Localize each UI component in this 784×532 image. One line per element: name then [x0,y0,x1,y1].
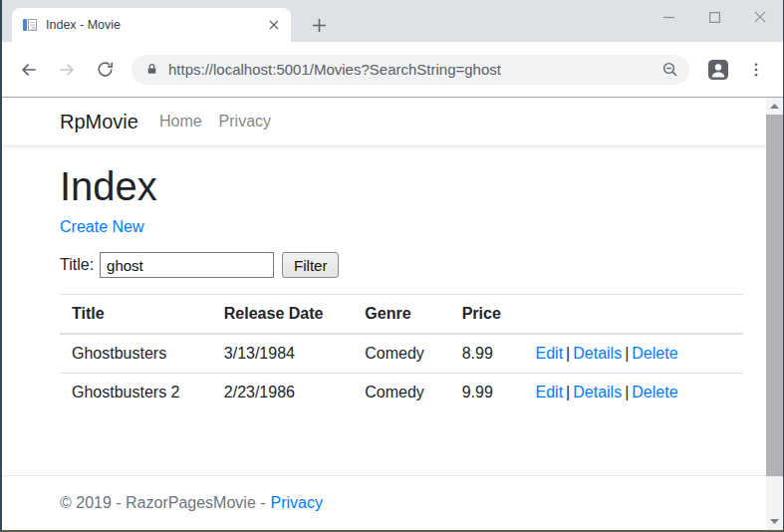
create-new-link[interactable]: Create New [60,218,143,235]
title-filter-label: Title: [60,256,94,274]
address-bar[interactable]: https://localhost:5001/Movies?SearchStri… [131,55,689,85]
scroll-down-arrow-icon[interactable] [766,513,783,530]
col-header-genre: Genre [353,295,449,335]
details-link[interactable]: Details [573,345,622,362]
cell-title: Ghostbusters [60,334,212,374]
table-row: Ghostbusters 3/13/1984 Comedy 8.99 Edit|… [60,334,743,374]
tab-title: Index - Movie [46,18,257,32]
edit-link[interactable]: Edit [536,345,564,362]
url-text[interactable]: https://localhost:5001/Movies?SearchStri… [168,61,652,78]
action-separator: | [625,345,629,362]
minimize-button[interactable] [646,0,691,34]
page-favicon-icon [22,17,38,33]
window-controls [646,0,783,34]
cell-genre: Comedy [353,374,449,412]
browser-tab[interactable]: Index - Movie [12,8,291,42]
main-content: Index Create New Title: Filter Title Rel… [60,162,743,411]
delete-link[interactable]: Delete [632,345,677,362]
scroll-up-arrow-icon[interactable] [766,98,783,115]
table-row: Ghostbusters 2 2/23/1986 Comedy 9.99 Edi… [60,374,743,412]
cell-price: 8.99 [450,334,524,374]
filter-button[interactable]: Filter [282,252,339,278]
site-navbar: RpMovie Home Privacy [2,98,783,146]
col-header-actions [524,295,743,335]
forward-button[interactable] [50,53,84,87]
site-footer: © 2019 - RazorPagesMovie - Privacy [2,475,783,530]
tab-close-icon[interactable] [265,16,283,34]
browser-window: Index - Movie [0,0,784,532]
movies-table: Title Release Date Genre Price Ghostbust… [60,294,743,411]
col-header-title: Title [60,295,212,335]
action-separator: | [566,345,570,362]
new-tab-button[interactable] [305,11,333,39]
cell-price: 9.99 [450,374,524,412]
reload-button[interactable] [88,53,122,87]
page-viewport: RpMovie Home Privacy Index Create New Ti… [2,98,783,530]
nav-link-privacy[interactable]: Privacy [219,113,271,131]
details-link[interactable]: Details [573,384,622,400]
cell-title: Ghostbusters 2 [60,374,212,412]
maximize-button[interactable] [691,0,737,34]
scrollbar-thumb[interactable] [766,115,783,476]
close-window-button[interactable] [737,0,783,34]
menu-kebab-icon[interactable] [739,53,773,87]
col-header-release-date: Release Date [212,295,354,335]
filter-form: Title: Filter [60,252,743,278]
delete-link[interactable]: Delete [632,384,677,400]
zoom-out-icon[interactable] [661,61,679,79]
profile-avatar-icon[interactable] [701,53,735,87]
action-separator: | [566,384,570,400]
cell-release-date: 3/13/1984 [212,334,354,374]
page-title: Index [60,162,743,210]
cell-release-date: 2/23/1986 [212,374,354,412]
action-separator: | [625,384,629,400]
table-header-row: Title Release Date Genre Price [60,295,743,335]
tab-strip: Index - Movie [2,0,783,42]
col-header-price: Price [450,295,524,335]
cell-genre: Comedy [353,334,449,374]
cell-actions: Edit|Details|Delete [524,374,743,412]
lock-icon[interactable] [145,63,158,76]
footer-privacy-link[interactable]: Privacy [271,494,323,512]
vertical-scrollbar[interactable] [766,98,783,530]
navbar-brand[interactable]: RpMovie [60,111,138,133]
cell-actions: Edit|Details|Delete [524,334,743,374]
back-button[interactable] [12,53,46,87]
nav-link-home[interactable]: Home [159,113,202,131]
copyright-text: © 2019 - RazorPagesMovie - [60,494,266,512]
search-input[interactable] [100,252,274,278]
edit-link[interactable]: Edit [536,384,564,400]
browser-toolbar: https://localhost:5001/Movies?SearchStri… [2,42,783,98]
